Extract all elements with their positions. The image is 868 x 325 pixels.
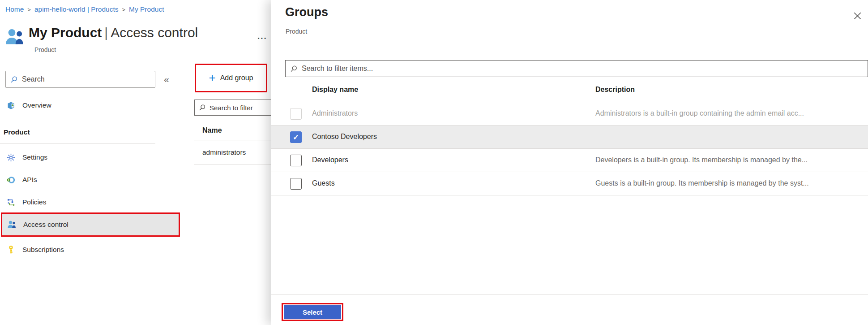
select-button[interactable]: Select [284, 305, 341, 319]
sidebar-item-label: Subscriptions [22, 246, 64, 254]
group-name: Developers [312, 156, 348, 164]
panel-title: Groups [285, 5, 328, 19]
search-icon [10, 76, 18, 83]
sidebar-divider [0, 143, 155, 143]
access-control-people-icon [4, 28, 25, 46]
breadcrumb-separator: > [27, 6, 31, 13]
breadcrumb-link-products[interactable]: apim-hello-world | Products [34, 5, 119, 13]
groups-flyout-panel: Groups Product Display name Description … [271, 0, 868, 325]
sidebar-item-apis[interactable]: APIs [0, 172, 155, 187]
breadcrumb-separator: > [122, 6, 125, 13]
checkbox-unchecked-disabled [290, 108, 302, 120]
search-icon [199, 104, 206, 111]
page-title-product: My Product [29, 25, 102, 40]
panel-footer-divider [271, 294, 868, 295]
sidebar-item-overview[interactable]: Overview [0, 98, 155, 113]
group-row-guests[interactable]: Guests Guests is a built-in group. Its m… [271, 172, 868, 195]
page-subtitle: Product [34, 46, 56, 53]
name-column-header: Name [202, 126, 222, 134]
sidebar-item-label: Overview [22, 101, 51, 109]
apis-icon [6, 175, 16, 185]
key-icon [6, 245, 16, 255]
more-options-ellipsis-icon[interactable]: ... [257, 31, 267, 41]
sidebar-item-access-control[interactable]: Access control [1, 212, 180, 237]
sidebar-collapse-button[interactable]: « [164, 74, 169, 85]
checkbox-unchecked[interactable] [290, 155, 302, 166]
checkbox-checked[interactable]: ✓ [290, 131, 302, 143]
sidebar-search-box [5, 71, 155, 88]
panel-subtitle: Product [286, 28, 307, 35]
access-control-people-icon [7, 220, 17, 230]
plus-icon: + [209, 72, 215, 83]
display-name-column-header: Display name [312, 86, 358, 94]
description-column-header: Description [595, 86, 635, 94]
sidebar-item-label: Settings [22, 153, 47, 161]
breadcrumb: Home > apim-hello-world | Products > My … [5, 5, 164, 13]
group-row-developers[interactable]: Developers Developers is a built-in grou… [271, 149, 868, 172]
add-group-button[interactable]: + Add group [195, 64, 267, 92]
close-icon[interactable] [851, 10, 863, 22]
checkbox-unchecked[interactable] [290, 178, 302, 190]
group-name: Administrators [312, 109, 358, 117]
sidebar-section-product: Product [4, 128, 30, 136]
group-name: Contoso Developers [312, 133, 377, 141]
group-row-administrators[interactable]: administrators [202, 148, 246, 156]
group-row-administrators: Administrators Administrators is a built… [271, 102, 868, 126]
breadcrumb-link-home[interactable]: Home [5, 5, 24, 13]
sidebar-item-label: Access control [23, 221, 68, 229]
page-title-divider: | [102, 25, 111, 40]
breadcrumb-link-my-product[interactable]: My Product [129, 5, 164, 13]
group-row-contoso-developers[interactable]: ✓ Contoso Developers [271, 126, 868, 149]
panel-search-box [285, 60, 868, 77]
policies-icon [6, 198, 16, 207]
group-description: Administrators is a built-in group conta… [595, 109, 860, 117]
sidebar-item-subscriptions[interactable]: Subscriptions [0, 242, 155, 257]
overview-cube-icon [6, 101, 16, 110]
group-name: Guests [312, 179, 335, 187]
panel-search-input[interactable] [302, 65, 863, 73]
page-title: My Product|Access control [29, 25, 198, 40]
sidebar-item-label: Policies [22, 198, 46, 206]
page-title-section: Access control [111, 25, 198, 40]
sidebar-item-policies[interactable]: Policies [0, 195, 155, 210]
group-description: Developers is a built-in group. Its memb… [595, 156, 860, 164]
select-callout: Select [282, 303, 343, 321]
sidebar-item-label: APIs [22, 176, 37, 184]
sidebar-item-settings[interactable]: Settings [0, 150, 155, 165]
add-group-label: Add group [220, 74, 253, 82]
search-icon [290, 65, 298, 73]
sidebar-search-input[interactable] [22, 75, 150, 83]
group-description: Guests is a built-in group. Its membersh… [595, 179, 860, 187]
gear-icon [6, 153, 16, 162]
